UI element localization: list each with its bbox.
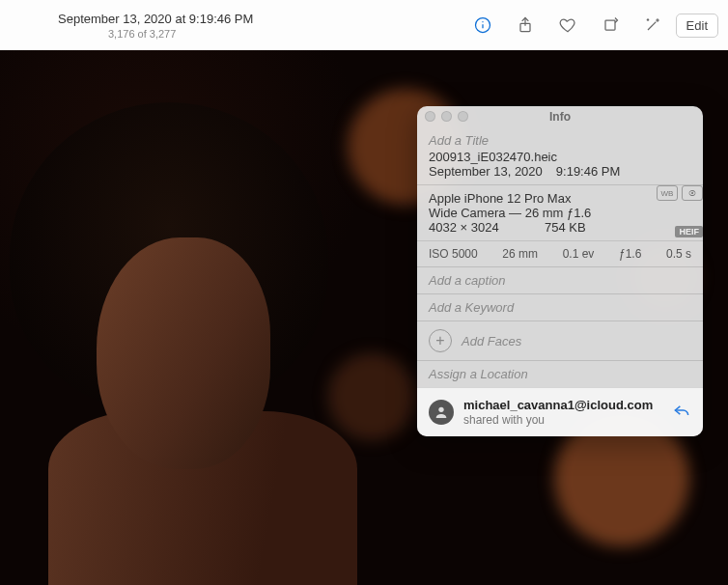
svg-rect-5 bbox=[605, 20, 615, 30]
lens-label: Wide Camera — 26 mm ƒ1.6 bbox=[429, 206, 691, 220]
format-badge: HEIF bbox=[675, 226, 703, 237]
shared-section: michael_cavanna1@icloud.com shared with … bbox=[417, 387, 703, 436]
rotate-button[interactable] bbox=[591, 11, 630, 40]
panel-title: Info bbox=[549, 110, 571, 124]
date-label: September 13, 2020 bbox=[429, 164, 543, 179]
svg-point-2 bbox=[482, 21, 483, 22]
time-label: 9:19:46 PM bbox=[556, 164, 621, 179]
caption-field[interactable]: Add a caption bbox=[429, 273, 506, 288]
info-button[interactable] bbox=[463, 11, 502, 40]
svg-line-6 bbox=[648, 22, 656, 30]
shared-sub: shared with you bbox=[463, 413, 662, 427]
faces-section[interactable]: + Add Faces bbox=[417, 320, 703, 360]
toolbar: September 13, 2020 at 9:19:46 PM 3,176 o… bbox=[0, 0, 728, 50]
toolbar-actions: Edit bbox=[463, 11, 718, 40]
svg-point-11 bbox=[438, 407, 443, 412]
zoom-icon[interactable] bbox=[458, 111, 468, 122]
faces-label: Add Faces bbox=[462, 334, 521, 348]
add-face-button[interactable]: + bbox=[429, 329, 452, 352]
title-section: Add a Title 200913_iE032470.heic Septemb… bbox=[417, 127, 703, 184]
toolbar-title-area: September 13, 2020 at 9:19:46 PM 3,176 o… bbox=[10, 12, 463, 40]
exif-ev: 0.1 ev bbox=[563, 247, 595, 261]
photo-subject bbox=[10, 102, 357, 585]
window-controls[interactable] bbox=[425, 111, 468, 122]
keyword-field[interactable]: Add a Keyword bbox=[429, 300, 514, 315]
panel-titlebar[interactable]: Info bbox=[417, 106, 703, 127]
title-field[interactable]: Add a Title bbox=[429, 133, 691, 148]
minimize-icon[interactable] bbox=[441, 111, 452, 122]
keyword-section[interactable]: Add a Keyword bbox=[417, 293, 703, 320]
auto-enhance-button[interactable] bbox=[633, 11, 672, 40]
metering-icon[interactable]: ⦿ bbox=[682, 185, 703, 201]
shared-sender: michael_cavanna1@icloud.com bbox=[463, 398, 662, 413]
photo-count: 3,176 of 3,277 bbox=[108, 28, 463, 40]
share-button[interactable] bbox=[506, 11, 545, 40]
avatar bbox=[429, 400, 454, 425]
filename-label: 200913_iE032470.heic bbox=[429, 150, 691, 164]
device-label: Apple iPhone 12 Pro Max bbox=[429, 191, 691, 206]
edit-button[interactable]: Edit bbox=[676, 14, 718, 38]
exif-row: ISO 5000 26 mm 0.1 ev ƒ1.6 0.5 s bbox=[417, 240, 703, 266]
location-field[interactable]: Assign a Location bbox=[429, 367, 528, 381]
exif-shutter: 0.5 s bbox=[666, 247, 691, 261]
close-icon[interactable] bbox=[425, 111, 435, 122]
white-balance-icon[interactable]: WB bbox=[657, 185, 678, 201]
photo-date: September 13, 2020 at 9:19:46 PM bbox=[58, 12, 463, 26]
info-icon bbox=[473, 15, 492, 35]
exif-focal: 26 mm bbox=[502, 247, 538, 261]
exif-aperture: ƒ1.6 bbox=[619, 247, 641, 261]
exif-iso: ISO 5000 bbox=[429, 247, 478, 261]
wand-icon bbox=[643, 15, 662, 35]
location-section[interactable]: Assign a Location bbox=[417, 360, 703, 387]
reply-button[interactable] bbox=[672, 401, 691, 423]
person-icon bbox=[434, 404, 449, 420]
reply-icon bbox=[672, 401, 691, 420]
heart-icon bbox=[558, 15, 577, 35]
rotate-icon bbox=[601, 15, 620, 35]
camera-section: WB ⦿ Apple iPhone 12 Pro Max Wide Camera… bbox=[417, 184, 703, 240]
info-panel: Info Add a Title 200913_iE032470.heic Se… bbox=[417, 106, 703, 436]
favorite-button[interactable] bbox=[548, 11, 587, 40]
caption-section[interactable]: Add a caption bbox=[417, 266, 703, 293]
share-icon bbox=[516, 15, 535, 35]
plus-icon: + bbox=[435, 332, 444, 349]
dimensions-label: 4032 × 3024 bbox=[429, 220, 545, 235]
filesize-label: 754 KB bbox=[545, 220, 586, 235]
